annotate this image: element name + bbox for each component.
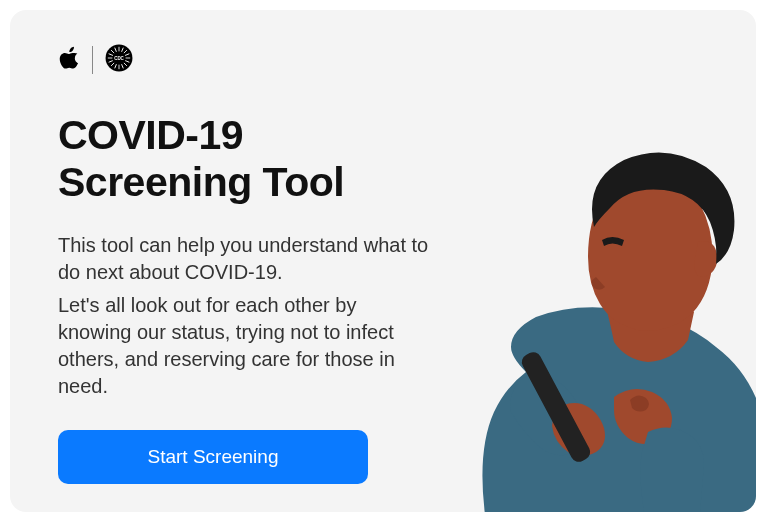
description-paragraph-1: This tool can help you understand what t…: [58, 232, 432, 286]
logo-divider: [92, 46, 93, 74]
title-line-1: COVID-19: [58, 112, 243, 158]
logo-row: CDC: [58, 44, 432, 76]
title-line-2: Screening Tool: [58, 159, 344, 205]
screening-card: CDC COVID-19 Screening Tool This tool ca…: [10, 10, 756, 512]
description-paragraph-2: Let's all look out for each other by kno…: [58, 292, 432, 400]
cdc-logo-icon: CDC: [105, 44, 133, 76]
content-area: CDC COVID-19 Screening Tool This tool ca…: [10, 10, 480, 512]
apple-logo-icon: [58, 45, 80, 75]
page-title: COVID-19 Screening Tool: [58, 112, 432, 206]
start-screening-button[interactable]: Start Screening: [58, 430, 368, 484]
svg-text:CDC: CDC: [114, 56, 124, 61]
